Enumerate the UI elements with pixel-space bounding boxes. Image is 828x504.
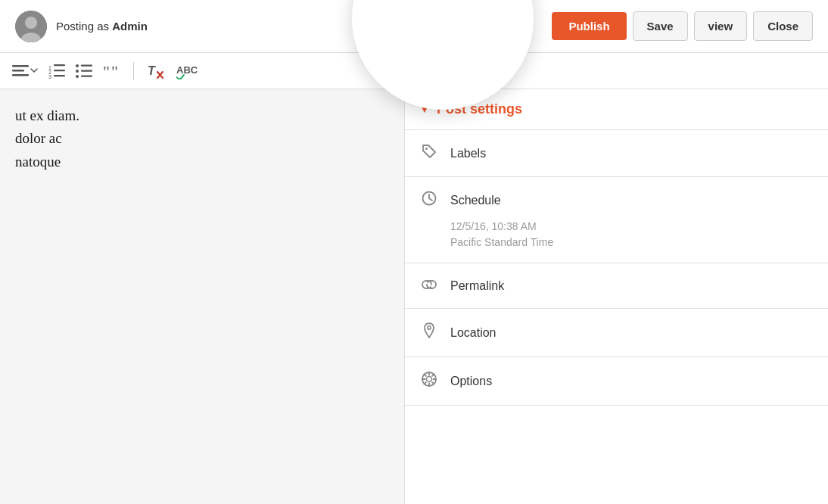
svg-text:": " xyxy=(111,64,118,79)
svg-line-38 xyxy=(424,382,426,384)
svg-point-30 xyxy=(427,377,432,382)
svg-line-36 xyxy=(432,382,434,384)
svg-rect-5 xyxy=(12,74,29,76)
svg-rect-7 xyxy=(54,64,65,66)
svg-text:": " xyxy=(103,64,110,79)
section-title: Post settings xyxy=(437,101,522,117)
svg-point-28 xyxy=(428,326,431,329)
blockquote-icon[interactable]: " " xyxy=(103,64,120,79)
svg-text:T: T xyxy=(148,64,156,77)
svg-text:3: 3 xyxy=(48,74,51,79)
svg-point-16 xyxy=(76,75,79,78)
preview-button[interactable]: view xyxy=(694,11,748,41)
svg-rect-13 xyxy=(81,64,92,66)
editor-area[interactable]: ut ex diam. dolor ac natoque xyxy=(0,89,405,504)
posting-as-label: Posting as Admin xyxy=(56,20,148,33)
svg-point-1 xyxy=(25,17,37,29)
svg-line-27 xyxy=(429,198,432,201)
permalink-label: Permalink xyxy=(450,279,504,293)
header-buttons: Publish Save view Close xyxy=(552,11,813,41)
svg-point-14 xyxy=(76,70,79,73)
labels-label: Labels xyxy=(450,147,486,160)
toolbar-divider-1 xyxy=(133,62,134,80)
schedule-timezone: Pacific Standard Time xyxy=(450,235,813,250)
svg-point-24 xyxy=(425,148,428,150)
schedule-sub: 12/5/16, 10:38 AM Pacific Standard Time xyxy=(405,216,828,263)
svg-rect-4 xyxy=(12,70,24,72)
options-label: Options xyxy=(450,375,492,388)
numbered-list-icon[interactable]: 1 2 3 xyxy=(48,64,65,79)
sidebar-item-options[interactable]: Options xyxy=(405,357,828,406)
label-icon xyxy=(420,144,438,163)
main-area: ut ex diam. dolor ac natoque ▼ Post sett… xyxy=(0,89,828,504)
svg-rect-11 xyxy=(54,75,65,76)
header-left: Posting as Admin xyxy=(15,11,552,42)
bullet-list-icon[interactable] xyxy=(76,64,92,79)
save-button[interactable]: Save xyxy=(633,11,688,41)
location-icon xyxy=(420,322,438,343)
svg-line-37 xyxy=(432,374,434,376)
svg-point-12 xyxy=(76,64,79,67)
schedule-label: Schedule xyxy=(450,194,501,207)
user-name: Admin xyxy=(112,20,148,33)
svg-text:ABC: ABC xyxy=(176,64,198,76)
collapse-icon: ▼ xyxy=(420,104,429,115)
sidebar: ▼ Post settings Labels Schedule xyxy=(405,89,828,504)
sidebar-item-labels[interactable]: Labels xyxy=(405,130,828,177)
align-left-icon[interactable] xyxy=(12,64,38,78)
sidebar-item-schedule[interactable]: Schedule xyxy=(405,177,828,216)
svg-line-35 xyxy=(424,374,426,376)
schedule-icon xyxy=(420,191,438,210)
publish-button[interactable]: Publish xyxy=(552,12,626,40)
avatar xyxy=(15,11,47,42)
spell-check-icon[interactable]: ABC xyxy=(176,63,199,79)
post-settings-header[interactable]: ▼ Post settings xyxy=(405,89,828,130)
svg-rect-9 xyxy=(54,70,65,71)
location-label: Location xyxy=(450,326,496,340)
sidebar-item-permalink[interactable]: Permalink xyxy=(405,263,828,309)
header: Posting as Admin Publish Save view Close xyxy=(0,0,828,53)
svg-rect-17 xyxy=(81,75,92,76)
permalink-icon xyxy=(420,277,438,294)
sidebar-item-location[interactable]: Location xyxy=(405,309,828,357)
svg-rect-3 xyxy=(12,65,29,67)
options-icon xyxy=(420,371,438,391)
clear-formatting-icon[interactable]: T xyxy=(148,63,166,79)
close-button[interactable]: Close xyxy=(753,11,813,41)
editor-text: ut ex diam. dolor ac natoque xyxy=(15,104,389,173)
schedule-date: 12/5/16, 10:38 AM xyxy=(450,219,813,235)
svg-rect-15 xyxy=(81,70,92,71)
toolbar: 1 2 3 " " T xyxy=(0,53,828,89)
